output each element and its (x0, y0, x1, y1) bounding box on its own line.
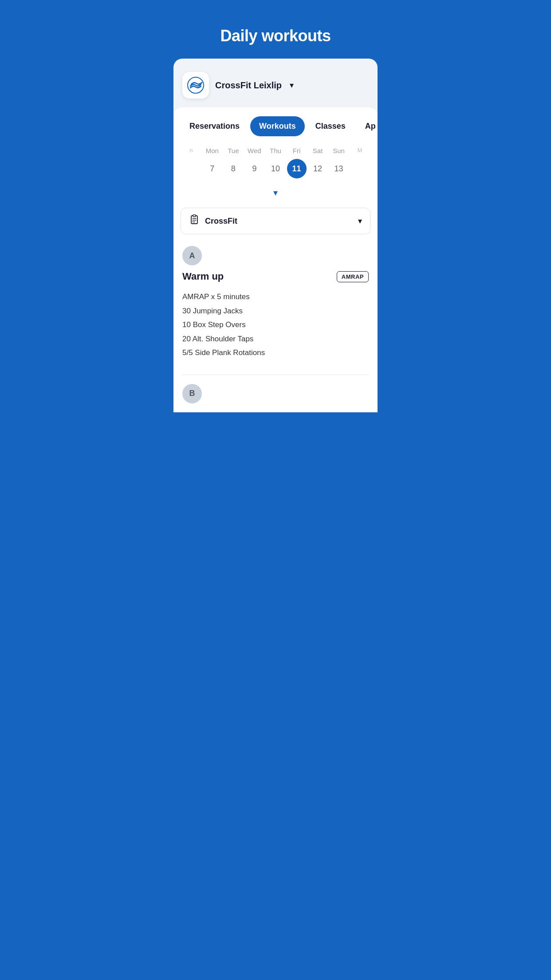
workout-type-name: CrossFit (205, 217, 353, 226)
workout-section-a: A Warm up AMRAP AMRAP x 5 minutes 30 Jum… (173, 239, 378, 366)
date-prev (181, 159, 201, 178)
workout-type-selector[interactable]: CrossFit ▾ (181, 208, 370, 234)
workout-line-3: 10 Box Step Overs (182, 319, 369, 331)
weekday-sat: Sat (308, 147, 327, 154)
page-header: Daily workouts (169, 0, 382, 59)
section-divider (182, 375, 369, 375)
date-8[interactable]: 8 (224, 159, 243, 178)
date-12[interactable]: 12 (308, 159, 327, 178)
weekday-n: n (181, 147, 201, 154)
dates-row: 7 8 9 10 11 12 13 (181, 159, 370, 178)
tab-ap[interactable]: Ap (356, 116, 378, 136)
tab-workouts[interactable]: Workouts (250, 116, 305, 136)
section-a-header: Warm up AMRAP (182, 271, 369, 282)
tabs-container: Reservations Workouts Classes Ap (173, 107, 378, 143)
white-card: Reservations Workouts Classes Ap n Mon T… (173, 107, 378, 412)
workout-line-5: 5/5 Side Plank Rotations (182, 347, 369, 359)
weekday-sun: Sun (329, 147, 349, 154)
section-a-title: Warm up (182, 271, 224, 282)
tab-reservations[interactable]: Reservations (181, 116, 248, 136)
workout-line-4: 20 Alt. Shoulder Taps (182, 333, 369, 345)
weekday-thu: Thu (266, 147, 285, 154)
weekday-wed: Wed (244, 147, 264, 154)
weekday-tue: Tue (224, 147, 243, 154)
date-9[interactable]: 9 (244, 159, 264, 178)
svg-rect-2 (193, 215, 196, 217)
gym-selector[interactable]: CrossFit Leixlip ▾ (173, 67, 378, 107)
selector-chevron-icon: ▾ (358, 216, 362, 226)
app-container: Daily workouts CrossFit Leixlip ▾ Reserv… (169, 0, 382, 980)
date-10[interactable]: 10 (266, 159, 285, 178)
calendar-expand-icon: ▾ (273, 188, 278, 198)
weekday-m: M (350, 147, 370, 154)
calendar-section: n Mon Tue Wed Thu Fri Sat Sun M 7 8 9 10 (173, 143, 378, 182)
calendar-expand[interactable]: ▾ (173, 182, 378, 203)
date-next (350, 159, 370, 178)
gym-chevron-icon: ▾ (290, 80, 294, 90)
date-13[interactable]: 13 (329, 159, 349, 178)
weekday-fri: Fri (287, 147, 307, 154)
gym-logo (182, 72, 209, 99)
workout-details: AMRAP x 5 minutes 30 Jumping Jacks 10 Bo… (182, 291, 369, 359)
page-title: Daily workouts (178, 27, 373, 45)
section-b-avatar: B (182, 384, 202, 403)
card-container: CrossFit Leixlip ▾ Reservations Workouts… (173, 59, 378, 412)
date-7[interactable]: 7 (202, 159, 222, 178)
workout-line-2: 30 Jumping Jacks (182, 305, 369, 317)
weekday-mon: Mon (202, 147, 222, 154)
workout-line-1: AMRAP x 5 minutes (182, 291, 369, 303)
weekdays-row: n Mon Tue Wed Thu Fri Sat Sun M (181, 147, 370, 154)
date-11-today[interactable]: 11 (287, 159, 307, 178)
gym-name: CrossFit Leixlip (215, 80, 282, 91)
section-a-avatar: A (182, 246, 202, 265)
tab-classes[interactable]: Classes (307, 116, 354, 136)
section-a-badge: AMRAP (337, 271, 369, 282)
clipboard-icon (189, 214, 200, 228)
